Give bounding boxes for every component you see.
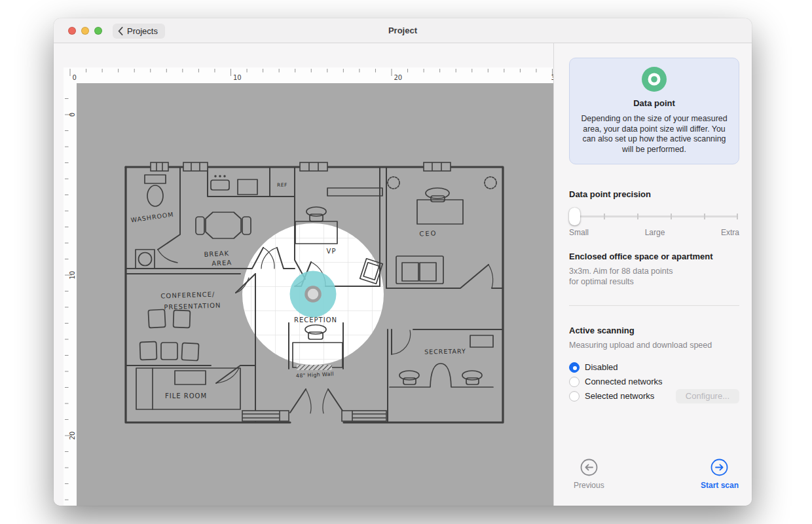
slider-tick — [671, 214, 672, 219]
svg-text:0: 0 — [69, 113, 76, 117]
horizontal-ruler: 010203 — [64, 67, 553, 83]
vertical-ruler: 01020 — [64, 83, 77, 506]
slider-labels: Small Large Extra — [569, 228, 739, 237]
precision-section-title: Data point precision — [569, 189, 739, 199]
window-title: Project — [54, 18, 752, 43]
radio-disabled-label: Disabled — [585, 362, 618, 372]
toilet-icon — [145, 175, 166, 206]
break-area-label-1: BREAK — [204, 250, 229, 258]
file-room-label: FILE ROOM — [165, 392, 207, 400]
active-scanning-subtitle: Measuring upload and download speed — [569, 341, 739, 351]
radio-connected-networks[interactable] — [569, 377, 580, 387]
previous-button-label: Previous — [574, 481, 604, 490]
space-detail-line1: 3x3m. Aim for 88 data points — [569, 267, 739, 277]
start-scan-button-label: Start scan — [701, 481, 739, 490]
configure-button[interactable]: Configure... — [676, 389, 739, 403]
floor-plan-canvas[interactable]: WASHROOM BREAK AREA REF CONFERENCE/ PRES… — [77, 83, 553, 506]
reception-label: RECEPTION — [294, 316, 337, 324]
radio-selected-networks-label: Selected networks — [585, 391, 654, 401]
vp-label: VP — [327, 248, 337, 255]
ref-label: REF — [277, 182, 287, 188]
slider-tick — [604, 214, 605, 219]
radio-row-connected-networks[interactable]: Connected networks — [569, 376, 739, 388]
washroom-label: WASHROOM — [130, 210, 174, 223]
svg-text:20: 20 — [394, 74, 403, 81]
data-point-icon — [642, 67, 667, 92]
svg-text:10: 10 — [69, 271, 76, 280]
svg-text:0: 0 — [73, 74, 77, 81]
secretary-label: SECRETARY — [424, 347, 466, 355]
title-bar: Projects Project — [54, 18, 752, 43]
card-description: Depending on the size of your measured a… — [578, 114, 731, 155]
card-title: Data point — [578, 98, 731, 108]
radio-disabled[interactable] — [569, 362, 580, 373]
sink-icon — [136, 250, 155, 269]
slider-tick — [637, 214, 638, 219]
space-type-detail: 3x3m. Aim for 88 data points for optimal… — [569, 267, 739, 287]
radio-selected-networks[interactable] — [569, 391, 580, 402]
data-point-marker[interactable] — [290, 271, 337, 318]
space-detail-line2: for optimal results — [569, 277, 739, 288]
map-area: 010203 01020 — [54, 43, 553, 506]
conference-label-1: CONFERENCE/ — [160, 291, 215, 300]
active-scanning-title: Active scanning — [569, 326, 739, 335]
slider-label-large: Large — [645, 228, 665, 237]
arrow-left-circle-icon — [580, 458, 598, 476]
previous-button[interactable]: Previous — [574, 458, 604, 490]
svg-text:20: 20 — [69, 432, 76, 440]
slider-tick — [704, 214, 705, 219]
slider-tick — [737, 214, 738, 219]
radio-row-disabled[interactable]: Disabled — [569, 362, 739, 373]
start-scan-button[interactable]: Start scan — [701, 458, 739, 490]
slider-label-extra: Extra — [721, 228, 739, 237]
settings-sidebar: Data point Depending on the size of your… — [553, 43, 752, 506]
section-divider — [569, 305, 739, 306]
break-area-label-2: AREA — [212, 259, 232, 267]
app-window: Projects Project 010203 01020 — [54, 18, 752, 506]
ceo-label: CEO — [419, 230, 437, 238]
conference-label-2: PRESENTATION — [164, 301, 221, 310]
scanning-options: Disabled Connected networks Selected net… — [569, 362, 739, 402]
slider-label-small: Small — [569, 228, 589, 237]
precision-slider[interactable] — [569, 207, 739, 225]
radio-connected-networks-label: Connected networks — [585, 377, 663, 386]
sidebar-footer: Previous Start scan — [554, 458, 752, 490]
radio-row-selected-networks[interactable]: Selected networks Configure... — [569, 390, 739, 402]
svg-text:10: 10 — [233, 74, 242, 81]
slider-thumb[interactable] — [569, 208, 580, 225]
arrow-right-circle-icon — [710, 458, 728, 476]
high-wall-label: 48" High Wall — [296, 371, 334, 379]
data-point-card: Data point Depending on the size of your… — [569, 58, 739, 164]
slider-track[interactable] — [570, 215, 738, 217]
space-type-title: Enclosed office space or apartment — [569, 252, 739, 261]
